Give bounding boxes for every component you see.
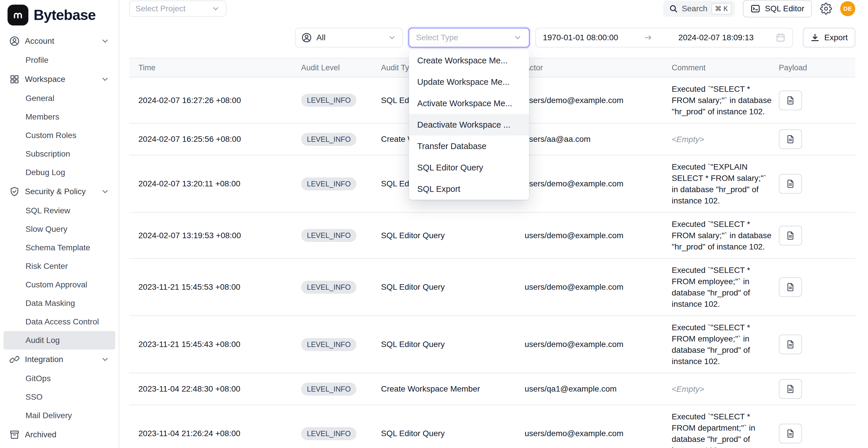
cell-actor: users/demo@example.com xyxy=(520,340,668,349)
type-menu-item[interactable]: SQL Editor Query xyxy=(409,157,529,178)
actor-scope-value: All xyxy=(316,33,326,42)
cell-comment: Executed `"SELECT * FROM salary;"` in da… xyxy=(668,219,778,252)
sidebar-item-label: Debug Log xyxy=(26,168,65,177)
sidebar-item-custom-roles[interactable]: Custom Roles xyxy=(3,126,115,145)
cell-time: 2023-11-04 22:48:30 +08:00 xyxy=(129,384,294,393)
payload-button[interactable] xyxy=(779,91,802,110)
chevron-down-icon xyxy=(513,33,522,42)
brand-name: Bytebase xyxy=(34,7,96,24)
bytebase-logo-icon xyxy=(7,5,28,26)
type-menu-item[interactable]: Update Workspace Me... xyxy=(409,71,529,93)
avatar[interactable]: DE xyxy=(840,1,855,16)
sidebar-item-label: Slow Query xyxy=(26,225,67,234)
cell-payload xyxy=(778,91,855,110)
type-menu-item[interactable]: Deactivate Workspace ... xyxy=(409,114,529,135)
audit-level-badge: LEVEL_INFO xyxy=(301,427,356,440)
type-menu-item[interactable]: Activate Workspace Me... xyxy=(409,93,529,114)
cell-actor: users/demo@example.com xyxy=(520,429,668,438)
sidebar-item-data-masking[interactable]: Data Masking xyxy=(3,294,115,313)
cell-payload xyxy=(778,226,855,246)
cell-actor: users/demo@example.com xyxy=(520,283,668,292)
date-from: 1970-01-01 08:00:00 xyxy=(543,33,618,42)
link-icon xyxy=(9,354,20,365)
sidebar-item-schema-template[interactable]: Schema Template xyxy=(3,238,115,257)
sidebar-item-members[interactable]: Members xyxy=(3,108,115,126)
sidebar-group-account[interactable]: Account xyxy=(3,31,115,51)
brand[interactable]: Bytebase xyxy=(0,0,119,30)
user-circle-icon xyxy=(301,32,312,43)
audit-level-badge: LEVEL_INFO xyxy=(301,281,356,294)
payload-button[interactable] xyxy=(779,334,802,354)
sidebar: Bytebase Account Profile xyxy=(0,0,119,448)
type-menu-item[interactable]: Create Workspace Me... xyxy=(409,50,529,71)
cell-comment: Executed `"SELECT * FROM employee;"` in … xyxy=(668,264,778,310)
sidebar-item-sql-review[interactable]: SQL Review xyxy=(3,201,115,220)
sidebar-item-risk-center[interactable]: Risk Center xyxy=(3,257,115,276)
chevron-down-icon xyxy=(388,33,396,42)
table-row: 2023-11-04 22:48:30 +08:00 LEVEL_INFO Cr… xyxy=(129,373,855,405)
sidebar-item-label: Risk Center xyxy=(26,262,68,271)
sidebar-item-mail-delivery[interactable]: Mail Delivery xyxy=(3,406,115,425)
file-icon xyxy=(786,429,795,438)
payload-button[interactable] xyxy=(779,379,802,399)
sidebar-item-slow-query[interactable]: Slow Query xyxy=(3,220,115,238)
sidebar-item-label: Custom Approval xyxy=(26,280,87,289)
cell-payload xyxy=(778,277,855,297)
sidebar-group-label: Security & Policy xyxy=(25,187,86,196)
audit-level-badge: LEVEL_INFO xyxy=(301,133,356,146)
sidebar-item-debug-log[interactable]: Debug Log xyxy=(3,163,115,182)
topbar: Select Project Search ⌘ K xyxy=(119,0,868,18)
sidebar-item-general[interactable]: General xyxy=(3,89,115,108)
sidebar-item-profile[interactable]: Profile xyxy=(3,51,115,69)
cell-audit-type: SQL Editor Query xyxy=(375,340,520,349)
project-select[interactable]: Select Project xyxy=(129,1,226,17)
audit-level-badge: LEVEL_INFO xyxy=(301,178,356,190)
sidebar-group-workspace[interactable]: Workspace xyxy=(3,69,115,89)
sidebar-item-subscription[interactable]: Subscription xyxy=(3,145,115,163)
cell-audit-level: LEVEL_INFO xyxy=(294,94,375,107)
table-row: 2023-11-21 15:45:53 +08:00 LEVEL_INFO SQ… xyxy=(129,259,855,316)
settings-gear-icon[interactable] xyxy=(820,3,832,15)
sidebar-item-archived[interactable]: Archived xyxy=(3,425,115,445)
sidebar-item-custom-approval[interactable]: Custom Approval xyxy=(3,276,115,294)
col-payload: Payload xyxy=(778,63,855,72)
sidebar-group-label: Account xyxy=(25,36,54,46)
payload-button[interactable] xyxy=(779,174,802,194)
sidebar-item-data-access-control[interactable]: Data Access Control xyxy=(3,313,115,331)
sql-editor-button[interactable]: SQL Editor xyxy=(743,0,812,18)
cell-comment: Executed `"SELECT * FROM salary;"` in da… xyxy=(668,83,778,117)
export-button[interactable]: Export xyxy=(803,28,855,47)
date-to: 2024-02-07 18:09:13 xyxy=(678,33,754,42)
sidebar-item-audit-log[interactable]: Audit Log xyxy=(3,331,115,350)
file-icon xyxy=(786,179,795,188)
payload-button[interactable] xyxy=(779,226,802,246)
sidebar-group-security-policy[interactable]: Security & Policy xyxy=(3,182,115,201)
payload-button[interactable] xyxy=(779,277,802,297)
actor-scope-select[interactable]: All xyxy=(295,28,403,47)
payload-button[interactable] xyxy=(779,129,802,149)
date-range-picker[interactable]: 1970-01-01 08:00:00 2024-02-07 18:09:13 xyxy=(535,28,793,47)
chevron-down-icon xyxy=(101,37,110,45)
sidebar-item-sso[interactable]: SSO xyxy=(3,388,115,406)
chevron-down-icon xyxy=(101,187,110,196)
cell-audit-level: LEVEL_INFO xyxy=(294,427,375,440)
search-icon xyxy=(669,4,678,13)
cell-actor: users/aa@aa.com xyxy=(520,135,668,144)
cell-audit-level: LEVEL_INFO xyxy=(294,338,375,351)
search-input[interactable]: Search ⌘ K xyxy=(663,1,735,17)
file-icon xyxy=(786,135,795,144)
cell-payload xyxy=(778,379,855,399)
cell-audit-type: SQL Editor Query xyxy=(375,283,520,292)
cell-comment: <Empty> xyxy=(668,134,778,145)
type-select[interactable]: Select Type Create Workspace Me...Update… xyxy=(408,28,530,47)
sidebar-item-gitops[interactable]: GitOps xyxy=(3,369,115,388)
sidebar-item-label: Mail Delivery xyxy=(26,411,72,420)
type-dropdown-menu: Create Workspace Me...Update Workspace M… xyxy=(409,50,529,200)
payload-button[interactable] xyxy=(779,424,802,443)
sidebar-group-integration[interactable]: Integration xyxy=(3,350,115,369)
type-menu-item[interactable]: Transfer Database xyxy=(409,135,529,157)
sql-editor-icon xyxy=(750,4,760,13)
type-menu-item[interactable]: SQL Export xyxy=(409,178,529,200)
main-area: Select Project Search ⌘ K xyxy=(119,0,868,448)
sidebar-item-label: General xyxy=(26,94,55,103)
